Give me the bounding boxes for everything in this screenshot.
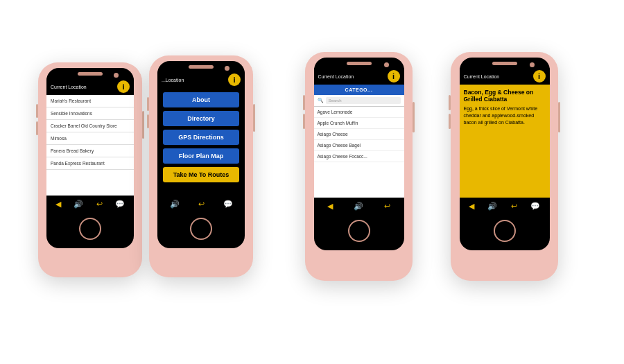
- phone-2: ...Location i About Directory GPS Direct…: [149, 55, 253, 277]
- volume-icon[interactable]: 🔊: [73, 200, 83, 209]
- phone3-search-bar: 🔍 Search: [314, 95, 404, 107]
- back-icon[interactable]: ◀: [469, 202, 474, 211]
- back-icon[interactable]: ◀: [55, 200, 61, 209]
- list-item[interactable]: Asiago Cheese Focacc...: [314, 151, 404, 162]
- phone4-content: Bacon, Egg & Cheese on Grilled Ciabatta …: [460, 85, 550, 198]
- phone3-header-text: Current Location: [318, 74, 354, 79]
- chat-icon[interactable]: 💬: [530, 202, 540, 211]
- phone3-home-button[interactable]: [348, 220, 370, 242]
- phone2-top: [157, 61, 245, 71]
- phone2-home-button[interactable]: [190, 218, 212, 240]
- list-item[interactable]: Asiago Cheese Bagel: [314, 140, 404, 151]
- chat-icon[interactable]: 💬: [223, 200, 233, 209]
- product-title: Bacon, Egg & Cheese on Grilled Ciabatta: [464, 89, 546, 103]
- volume-icon[interactable]: 🔊: [354, 202, 363, 211]
- phone4-speaker: [492, 62, 517, 65]
- list-item[interactable]: Asiago Cheese: [314, 129, 404, 140]
- phone1-top: [46, 68, 134, 78]
- phone4-bottom-bar: ◀ 🔊 ↩ 💬: [460, 198, 550, 214]
- phone2-app: ...Location i About Directory GPS Direct…: [157, 71, 245, 212]
- volume-icon[interactable]: 🔊: [487, 202, 497, 211]
- replay-icon[interactable]: ↩: [384, 202, 390, 211]
- search-placeholder: Search: [329, 98, 342, 103]
- replay-icon[interactable]: ↩: [511, 202, 517, 211]
- search-icon: 🔍: [318, 98, 324, 103]
- directory-button[interactable]: Directory: [163, 111, 239, 126]
- volume-icon[interactable]: 🔊: [170, 200, 180, 209]
- phone3-list: Agave Lemonade Apple Crunch Muffin Asiag…: [314, 107, 404, 198]
- phone1-info-icon[interactable]: i: [117, 80, 130, 93]
- phone2-header-text: ...Location: [162, 78, 184, 83]
- phone-3: Current Location i CATEGO... 🔍 Search Ag…: [305, 52, 413, 281]
- phone3-top: [314, 58, 404, 68]
- phone2-menu: About Directory GPS Directions Floor Pla…: [157, 88, 245, 196]
- phone-1: Current Location i Mariah's Restaurant S…: [38, 62, 142, 277]
- phone-4: Current Location i Bacon, Egg & Cheese o…: [451, 52, 558, 281]
- phone2-header: ...Location i: [157, 71, 245, 88]
- phone3-camera: [384, 62, 389, 67]
- floor-plan-map-button[interactable]: Floor Plan Map: [163, 148, 239, 164]
- phone2-speaker: [189, 65, 214, 69]
- phone3-app: Current Location i CATEGO... 🔍 Search Ag…: [314, 68, 404, 214]
- product-description: Egg, a thick slice of Vermont white ched…: [464, 105, 546, 125]
- list-item[interactable]: Agave Lemonade: [314, 107, 404, 118]
- list-item[interactable]: Apple Crunch Muffin: [314, 118, 404, 129]
- phone2-info-icon[interactable]: i: [228, 73, 241, 86]
- phone1-bottom: [46, 212, 134, 248]
- list-item[interactable]: Cracker Barrel Old Country Store: [46, 120, 134, 132]
- list-item[interactable]: Panera Bread Bakery: [46, 145, 134, 157]
- phone3-info-icon[interactable]: i: [388, 70, 400, 83]
- phone4-app: Current Location i Bacon, Egg & Cheese o…: [460, 68, 550, 214]
- phone4-header: Current Location i: [460, 68, 550, 85]
- replay-icon[interactable]: ↩: [96, 200, 103, 209]
- chat-icon[interactable]: 💬: [115, 200, 125, 209]
- phone4-info-icon[interactable]: i: [533, 70, 546, 83]
- list-item[interactable]: Sensible Innovations: [46, 107, 134, 120]
- phone3-bottom: [314, 214, 404, 250]
- phone4-top: [460, 58, 550, 68]
- phone3-header: Current Location i: [314, 68, 404, 85]
- phone1-header: Current Location i: [46, 78, 134, 95]
- phone1-header-text: Current Location: [51, 85, 87, 89]
- phone2-bottom: [157, 212, 245, 248]
- phone4-bottom: [460, 214, 550, 250]
- back-icon[interactable]: ◀: [327, 202, 333, 211]
- phone3-speaker: [347, 62, 372, 65]
- phone3-screen: Current Location i CATEGO... 🔍 Search Ag…: [314, 58, 404, 250]
- list-item[interactable]: Panda Express Restaurant: [46, 157, 134, 170]
- phone4-header-text: Current Location: [464, 74, 500, 79]
- about-button[interactable]: About: [163, 92, 239, 107]
- phone1-screen: Current Location i Mariah's Restaurant S…: [46, 68, 134, 248]
- search-input[interactable]: Search: [326, 97, 401, 104]
- scene: Current Location i Mariah's Restaurant S…: [0, 0, 624, 364]
- phone1-app: Current Location i Mariah's Restaurant S…: [46, 78, 134, 212]
- replay-icon[interactable]: ↩: [198, 200, 205, 209]
- phone3-bottom-bar: ◀ 🔊 ↩: [314, 198, 404, 214]
- phone2-screen: ...Location i About Directory GPS Direct…: [157, 61, 245, 248]
- phone1-bottom-bar: ◀ 🔊 ↩ 💬: [46, 196, 134, 212]
- list-item[interactable]: Mariah's Restaurant: [46, 95, 134, 107]
- phone1-list: Mariah's Restaurant Sensible Innovations…: [46, 95, 134, 196]
- phone4-home-button[interactable]: [494, 220, 516, 242]
- take-me-to-routes-button[interactable]: Take Me To Routes: [163, 167, 239, 182]
- phone2-camera: [225, 66, 229, 71]
- phone1-camera: [114, 73, 119, 78]
- phone4-screen: Current Location i Bacon, Egg & Cheese o…: [460, 58, 550, 250]
- phone4-camera: [530, 62, 535, 67]
- phone2-bottom-bar: 🔊 ↩ 💬: [157, 196, 245, 212]
- gps-directions-button[interactable]: GPS Directions: [163, 130, 239, 145]
- list-item[interactable]: Mimosa: [46, 132, 134, 145]
- phone3-category-bar: CATEGO...: [314, 85, 404, 95]
- category-label: CATEGO...: [345, 87, 373, 92]
- phone1-home-button[interactable]: [79, 218, 101, 240]
- phone1-speaker: [78, 72, 103, 76]
